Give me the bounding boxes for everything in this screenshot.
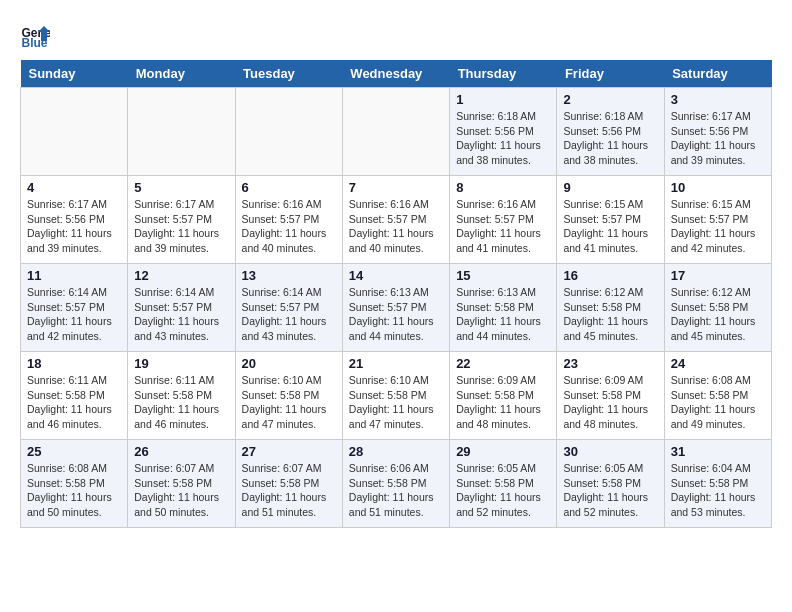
day-cell: 30Sunrise: 6:05 AMSunset: 5:58 PMDayligh… bbox=[557, 440, 664, 528]
day-cell: 28Sunrise: 6:06 AMSunset: 5:58 PMDayligh… bbox=[342, 440, 449, 528]
day-detail: Sunrise: 6:10 AMSunset: 5:58 PMDaylight:… bbox=[242, 373, 336, 432]
day-detail: Sunrise: 6:07 AMSunset: 5:58 PMDaylight:… bbox=[134, 461, 228, 520]
day-cell: 11Sunrise: 6:14 AMSunset: 5:57 PMDayligh… bbox=[21, 264, 128, 352]
day-number: 22 bbox=[456, 356, 550, 371]
day-cell: 15Sunrise: 6:13 AMSunset: 5:58 PMDayligh… bbox=[450, 264, 557, 352]
week-row-1: 1Sunrise: 6:18 AMSunset: 5:56 PMDaylight… bbox=[21, 88, 772, 176]
day-number: 30 bbox=[563, 444, 657, 459]
logo: General Blue bbox=[20, 20, 54, 50]
day-detail: Sunrise: 6:13 AMSunset: 5:58 PMDaylight:… bbox=[456, 285, 550, 344]
day-detail: Sunrise: 6:08 AMSunset: 5:58 PMDaylight:… bbox=[27, 461, 121, 520]
day-cell: 12Sunrise: 6:14 AMSunset: 5:57 PMDayligh… bbox=[128, 264, 235, 352]
day-cell: 5Sunrise: 6:17 AMSunset: 5:57 PMDaylight… bbox=[128, 176, 235, 264]
day-number: 13 bbox=[242, 268, 336, 283]
day-detail: Sunrise: 6:14 AMSunset: 5:57 PMDaylight:… bbox=[134, 285, 228, 344]
day-cell: 21Sunrise: 6:10 AMSunset: 5:58 PMDayligh… bbox=[342, 352, 449, 440]
day-detail: Sunrise: 6:08 AMSunset: 5:58 PMDaylight:… bbox=[671, 373, 765, 432]
day-number: 5 bbox=[134, 180, 228, 195]
day-number: 29 bbox=[456, 444, 550, 459]
day-cell: 27Sunrise: 6:07 AMSunset: 5:58 PMDayligh… bbox=[235, 440, 342, 528]
day-cell: 17Sunrise: 6:12 AMSunset: 5:58 PMDayligh… bbox=[664, 264, 771, 352]
day-cell bbox=[21, 88, 128, 176]
day-number: 7 bbox=[349, 180, 443, 195]
col-header-saturday: Saturday bbox=[664, 60, 771, 88]
col-header-tuesday: Tuesday bbox=[235, 60, 342, 88]
day-cell: 31Sunrise: 6:04 AMSunset: 5:58 PMDayligh… bbox=[664, 440, 771, 528]
day-cell bbox=[128, 88, 235, 176]
col-header-friday: Friday bbox=[557, 60, 664, 88]
day-cell: 7Sunrise: 6:16 AMSunset: 5:57 PMDaylight… bbox=[342, 176, 449, 264]
day-detail: Sunrise: 6:14 AMSunset: 5:57 PMDaylight:… bbox=[27, 285, 121, 344]
day-number: 15 bbox=[456, 268, 550, 283]
day-detail: Sunrise: 6:10 AMSunset: 5:58 PMDaylight:… bbox=[349, 373, 443, 432]
day-detail: Sunrise: 6:15 AMSunset: 5:57 PMDaylight:… bbox=[563, 197, 657, 256]
day-number: 1 bbox=[456, 92, 550, 107]
day-detail: Sunrise: 6:04 AMSunset: 5:58 PMDaylight:… bbox=[671, 461, 765, 520]
day-number: 27 bbox=[242, 444, 336, 459]
day-detail: Sunrise: 6:15 AMSunset: 5:57 PMDaylight:… bbox=[671, 197, 765, 256]
day-number: 24 bbox=[671, 356, 765, 371]
col-header-thursday: Thursday bbox=[450, 60, 557, 88]
col-header-sunday: Sunday bbox=[21, 60, 128, 88]
day-cell: 29Sunrise: 6:05 AMSunset: 5:58 PMDayligh… bbox=[450, 440, 557, 528]
day-cell: 2Sunrise: 6:18 AMSunset: 5:56 PMDaylight… bbox=[557, 88, 664, 176]
day-detail: Sunrise: 6:11 AMSunset: 5:58 PMDaylight:… bbox=[27, 373, 121, 432]
day-cell: 4Sunrise: 6:17 AMSunset: 5:56 PMDaylight… bbox=[21, 176, 128, 264]
day-number: 2 bbox=[563, 92, 657, 107]
day-number: 23 bbox=[563, 356, 657, 371]
day-number: 25 bbox=[27, 444, 121, 459]
day-cell: 8Sunrise: 6:16 AMSunset: 5:57 PMDaylight… bbox=[450, 176, 557, 264]
day-cell: 20Sunrise: 6:10 AMSunset: 5:58 PMDayligh… bbox=[235, 352, 342, 440]
day-detail: Sunrise: 6:09 AMSunset: 5:58 PMDaylight:… bbox=[456, 373, 550, 432]
day-detail: Sunrise: 6:18 AMSunset: 5:56 PMDaylight:… bbox=[563, 109, 657, 168]
day-detail: Sunrise: 6:07 AMSunset: 5:58 PMDaylight:… bbox=[242, 461, 336, 520]
day-cell: 19Sunrise: 6:11 AMSunset: 5:58 PMDayligh… bbox=[128, 352, 235, 440]
day-cell: 26Sunrise: 6:07 AMSunset: 5:58 PMDayligh… bbox=[128, 440, 235, 528]
day-detail: Sunrise: 6:13 AMSunset: 5:57 PMDaylight:… bbox=[349, 285, 443, 344]
day-cell: 9Sunrise: 6:15 AMSunset: 5:57 PMDaylight… bbox=[557, 176, 664, 264]
day-detail: Sunrise: 6:17 AMSunset: 5:57 PMDaylight:… bbox=[134, 197, 228, 256]
day-cell: 18Sunrise: 6:11 AMSunset: 5:58 PMDayligh… bbox=[21, 352, 128, 440]
day-detail: Sunrise: 6:16 AMSunset: 5:57 PMDaylight:… bbox=[349, 197, 443, 256]
day-number: 16 bbox=[563, 268, 657, 283]
day-cell: 10Sunrise: 6:15 AMSunset: 5:57 PMDayligh… bbox=[664, 176, 771, 264]
day-number: 18 bbox=[27, 356, 121, 371]
day-detail: Sunrise: 6:11 AMSunset: 5:58 PMDaylight:… bbox=[134, 373, 228, 432]
day-cell: 13Sunrise: 6:14 AMSunset: 5:57 PMDayligh… bbox=[235, 264, 342, 352]
day-number: 21 bbox=[349, 356, 443, 371]
day-number: 11 bbox=[27, 268, 121, 283]
day-cell: 3Sunrise: 6:17 AMSunset: 5:56 PMDaylight… bbox=[664, 88, 771, 176]
calendar-table: SundayMondayTuesdayWednesdayThursdayFrid… bbox=[20, 60, 772, 528]
day-cell bbox=[235, 88, 342, 176]
day-number: 12 bbox=[134, 268, 228, 283]
day-cell: 14Sunrise: 6:13 AMSunset: 5:57 PMDayligh… bbox=[342, 264, 449, 352]
day-number: 10 bbox=[671, 180, 765, 195]
day-cell: 24Sunrise: 6:08 AMSunset: 5:58 PMDayligh… bbox=[664, 352, 771, 440]
week-row-4: 18Sunrise: 6:11 AMSunset: 5:58 PMDayligh… bbox=[21, 352, 772, 440]
day-detail: Sunrise: 6:09 AMSunset: 5:58 PMDaylight:… bbox=[563, 373, 657, 432]
day-detail: Sunrise: 6:14 AMSunset: 5:57 PMDaylight:… bbox=[242, 285, 336, 344]
day-number: 8 bbox=[456, 180, 550, 195]
day-number: 14 bbox=[349, 268, 443, 283]
day-detail: Sunrise: 6:05 AMSunset: 5:58 PMDaylight:… bbox=[563, 461, 657, 520]
day-cell: 23Sunrise: 6:09 AMSunset: 5:58 PMDayligh… bbox=[557, 352, 664, 440]
day-detail: Sunrise: 6:18 AMSunset: 5:56 PMDaylight:… bbox=[456, 109, 550, 168]
day-cell: 25Sunrise: 6:08 AMSunset: 5:58 PMDayligh… bbox=[21, 440, 128, 528]
week-row-2: 4Sunrise: 6:17 AMSunset: 5:56 PMDaylight… bbox=[21, 176, 772, 264]
day-detail: Sunrise: 6:12 AMSunset: 5:58 PMDaylight:… bbox=[563, 285, 657, 344]
day-number: 31 bbox=[671, 444, 765, 459]
day-cell bbox=[342, 88, 449, 176]
day-detail: Sunrise: 6:05 AMSunset: 5:58 PMDaylight:… bbox=[456, 461, 550, 520]
day-detail: Sunrise: 6:17 AMSunset: 5:56 PMDaylight:… bbox=[27, 197, 121, 256]
col-header-wednesday: Wednesday bbox=[342, 60, 449, 88]
day-number: 20 bbox=[242, 356, 336, 371]
week-row-5: 25Sunrise: 6:08 AMSunset: 5:58 PMDayligh… bbox=[21, 440, 772, 528]
week-row-3: 11Sunrise: 6:14 AMSunset: 5:57 PMDayligh… bbox=[21, 264, 772, 352]
day-number: 4 bbox=[27, 180, 121, 195]
day-detail: Sunrise: 6:16 AMSunset: 5:57 PMDaylight:… bbox=[242, 197, 336, 256]
day-cell: 22Sunrise: 6:09 AMSunset: 5:58 PMDayligh… bbox=[450, 352, 557, 440]
col-header-monday: Monday bbox=[128, 60, 235, 88]
header: General Blue bbox=[20, 20, 772, 50]
day-cell: 16Sunrise: 6:12 AMSunset: 5:58 PMDayligh… bbox=[557, 264, 664, 352]
day-detail: Sunrise: 6:17 AMSunset: 5:56 PMDaylight:… bbox=[671, 109, 765, 168]
